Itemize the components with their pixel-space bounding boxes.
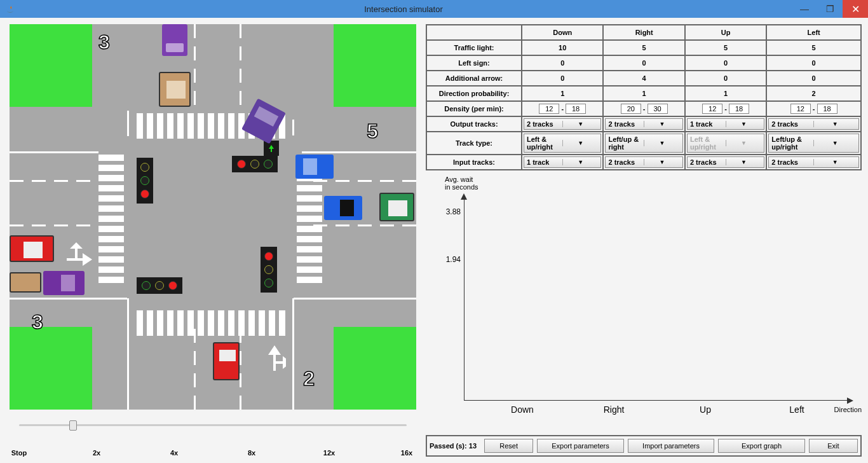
count-sw: 3 bbox=[32, 310, 43, 334]
road-edge bbox=[294, 298, 416, 300]
row-track-type: Track type: Left & up/right▼ Left/up & r… bbox=[426, 132, 861, 155]
reset-button[interactable]: Reset bbox=[484, 439, 533, 453]
count-nw: 3 bbox=[98, 31, 110, 54]
traffic-light-se bbox=[261, 247, 277, 293]
track-type-up: Left & up/right▼ bbox=[687, 134, 764, 153]
row-density: Density (per min): - - - - bbox=[426, 101, 861, 116]
bottom-toolbar: Passed (s): 13 Reset Export parameters I… bbox=[426, 435, 862, 457]
density-down-min[interactable] bbox=[539, 104, 559, 114]
track-type-down[interactable]: Left & up/right▼ bbox=[524, 134, 601, 153]
chart-ylabel: Avg. wait in seconds bbox=[445, 176, 478, 191]
parameters-panel: Down Right Up Left Traffic light: 10 5 5… bbox=[426, 24, 862, 457]
car bbox=[324, 196, 362, 220]
slider-thumb[interactable] bbox=[69, 420, 77, 431]
java-icon bbox=[5, 4, 15, 14]
density-left-min[interactable] bbox=[790, 104, 811, 114]
traffic-light-sw bbox=[137, 277, 182, 294]
passed-label: Passed (s): 13 bbox=[430, 442, 477, 450]
car bbox=[379, 193, 414, 221]
row-left-sign: Left sign: 0 0 0 0 bbox=[426, 55, 861, 71]
track-type-right[interactable]: Left/up & right▼ bbox=[605, 134, 682, 153]
density-down-max[interactable] bbox=[566, 104, 586, 114]
input-tracks-up[interactable]: 2 tracks▼ bbox=[687, 156, 764, 168]
density-right-max[interactable] bbox=[648, 104, 668, 114]
row-traffic-light: Traffic light: 10 5 5 5 bbox=[426, 40, 861, 55]
grass-sw bbox=[10, 327, 92, 410]
intersection-canvas: 3 5 3 2 bbox=[10, 24, 416, 410]
car bbox=[159, 72, 191, 107]
car bbox=[10, 235, 54, 262]
traffic-light-arrow bbox=[264, 141, 279, 156]
road-edge bbox=[292, 298, 294, 410]
slider-labels: Stop 2x 4x 8x 12x 16x bbox=[6, 449, 419, 457]
output-tracks-left[interactable]: 2 tracks▼ bbox=[768, 118, 859, 130]
crosswalk-south bbox=[137, 310, 285, 336]
col-left: Left bbox=[766, 25, 861, 40]
car bbox=[10, 272, 41, 293]
input-tracks-left[interactable]: 2 tracks▼ bbox=[768, 156, 859, 168]
density-left-max[interactable] bbox=[817, 104, 837, 114]
output-tracks-right[interactable]: 2 tracks▼ bbox=[605, 118, 682, 130]
minimize-button[interactable]: — bbox=[792, 0, 817, 18]
road-edge bbox=[302, 151, 416, 153]
row-direction-prob: Direction probability: 1 1 1 2 bbox=[426, 86, 861, 101]
ytick: 1.94 bbox=[446, 255, 461, 264]
grass-nw bbox=[10, 24, 92, 107]
traffic-light-nw bbox=[137, 158, 153, 204]
export-graph-button[interactable]: Export graph bbox=[718, 439, 805, 453]
density-up-min[interactable] bbox=[702, 104, 722, 114]
output-tracks-down[interactable]: 2 tracks▼ bbox=[524, 118, 601, 130]
col-up: Up bbox=[685, 25, 766, 40]
input-tracks-down[interactable]: 1 track▼ bbox=[524, 156, 601, 168]
chart-xlabel: Direction bbox=[834, 406, 862, 413]
input-tracks-right[interactable]: 2 tracks▼ bbox=[605, 156, 682, 168]
row-input-tracks: Input tracks: 1 track▼ 2 tracks▼ 2 track… bbox=[426, 155, 861, 170]
road-edge bbox=[127, 298, 129, 410]
output-tracks-up[interactable]: 1 track▼ bbox=[687, 118, 764, 130]
road-edge bbox=[10, 151, 98, 153]
ytick: 3.88 bbox=[446, 207, 461, 216]
grass-se bbox=[334, 327, 416, 410]
crosswalk-west bbox=[98, 155, 124, 283]
track-type-left[interactable]: Left/up & up/right▼ bbox=[768, 134, 859, 153]
wait-time-chart: Avg. wait in seconds 3.88 1.94 DownRight… bbox=[426, 176, 862, 432]
grass-ne bbox=[334, 24, 416, 107]
col-right: Right bbox=[603, 25, 684, 40]
close-button[interactable]: ✕ bbox=[843, 0, 868, 18]
count-se: 2 bbox=[303, 367, 315, 390]
col-down: Down bbox=[522, 25, 603, 40]
traffic-light-ne bbox=[232, 156, 278, 172]
road-arrow-straight-right bbox=[64, 240, 95, 266]
parameters-table: Down Right Up Left Traffic light: 10 5 5… bbox=[426, 24, 862, 170]
road-edge bbox=[10, 298, 127, 300]
car bbox=[295, 155, 334, 179]
density-right-min[interactable] bbox=[621, 104, 641, 114]
row-additional-arrow: Additional arrow: 0 4 0 0 bbox=[426, 71, 861, 86]
row-output-tracks: Output tracks: 2 tracks▼ 2 tracks▼ 1 tra… bbox=[426, 116, 861, 132]
density-up-max[interactable] bbox=[729, 104, 749, 114]
car bbox=[43, 271, 85, 295]
import-parameters-button[interactable]: Import parameters bbox=[628, 439, 715, 453]
car bbox=[162, 24, 187, 56]
car bbox=[213, 342, 240, 380]
road-edge bbox=[127, 111, 129, 136]
maximize-button[interactable]: ❐ bbox=[817, 0, 843, 18]
titlebar: Intersection simulator — ❐ ✕ bbox=[0, 0, 868, 18]
window-title: Intersection simulator bbox=[15, 4, 792, 14]
exit-button[interactable]: Exit bbox=[809, 439, 858, 453]
simulation-panel: 3 5 3 2 Stop 2x 4x 8x 12x 16x bbox=[6, 24, 419, 457]
road-edge bbox=[292, 120, 294, 135]
export-parameters-button[interactable]: Export parameters bbox=[537, 439, 624, 453]
speed-slider[interactable] bbox=[19, 419, 407, 432]
count-ne: 5 bbox=[367, 120, 378, 143]
road-arrow-straight-right bbox=[261, 342, 286, 374]
